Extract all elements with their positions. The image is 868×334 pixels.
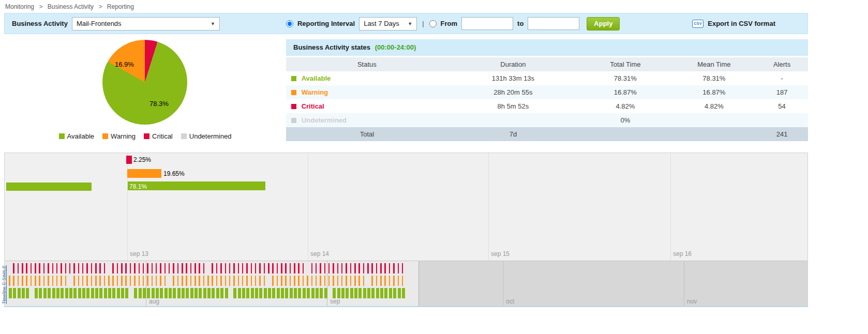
- legend-item-undetermined: Undetermined: [181, 132, 232, 140]
- breadcrumb-reporting[interactable]: Reporting: [107, 3, 134, 10]
- breadcrumb: Monitoring > Business Activity > Reporti…: [0, 0, 868, 13]
- table-total-row: Total 7d 241: [286, 127, 808, 141]
- status-label: Available: [302, 74, 331, 82]
- table-header-row: Status Duration Total Time Mean Time Ale…: [286, 57, 808, 71]
- to-label: to: [517, 20, 523, 27]
- total-time-value: 0%: [578, 116, 672, 124]
- total-time-value: 16.87%: [578, 88, 672, 96]
- mean-time-value: 78.31%: [672, 74, 756, 82]
- timeline-date-label: sep 14: [310, 250, 329, 257]
- legend-label: Undetermined: [189, 132, 232, 140]
- to-date-input[interactable]: [528, 17, 579, 30]
- reporting-interval-select[interactable]: Last 7 Days ▼: [359, 17, 417, 31]
- legend-item-critical: Critical: [144, 132, 173, 140]
- chevron-down-icon: ▼: [408, 21, 412, 26]
- timeline-month-label: nov: [687, 298, 697, 305]
- total-alerts: 241: [756, 130, 808, 138]
- timeline-date-label: sep 15: [491, 250, 510, 257]
- column-header-status: Status: [286, 60, 448, 68]
- legend-label: Warning: [111, 132, 136, 140]
- total-time-value: 78.31%: [578, 74, 672, 82]
- table-title-text: Business Activity states: [293, 43, 370, 51]
- timeline-bar-available-segment[interactable]: [6, 183, 92, 191]
- legend-label: Available: [67, 132, 95, 140]
- from-date-input[interactable]: [461, 17, 513, 30]
- total-duration: 7d: [448, 130, 578, 138]
- availability-pie-panel: 16.9% 78.3% Available Warning Critical: [4, 34, 286, 151]
- timeline-main-band[interactable]: 2.25% 19.65% 78.1% sep 13 sep 14 sep 15 …: [5, 153, 807, 261]
- pie-label-warning: 16.9%: [115, 60, 134, 68]
- timeline-date-label: sep 13: [130, 250, 148, 257]
- status-label: Critical: [302, 102, 324, 110]
- business-activity-label: Business Activity: [12, 20, 68, 27]
- table-row-undetermined: Undetermined 0%: [286, 113, 808, 127]
- business-activity-selected-value: Mail-Frontends: [77, 20, 122, 27]
- mean-time-value: 4.82%: [672, 102, 756, 110]
- timeline-bar-warning-label: 19.65%: [163, 170, 185, 177]
- table-title-range: (00:00-24:00): [375, 43, 416, 51]
- timeline-tick-row: [5, 276, 807, 286]
- column-header-duration: Duration: [448, 60, 578, 68]
- pie-label-available: 78.3%: [149, 100, 169, 108]
- pie-legend: Available Warning Critical Undetermined: [4, 132, 286, 140]
- table-title: Business Activity states (00:00-24:00): [286, 39, 808, 56]
- breadcrumb-separator: >: [39, 3, 42, 10]
- timeline-tick-row: [5, 288, 807, 298]
- business-activity-group: Business Activity Mail-Frontends ▼: [12, 17, 220, 31]
- timeline-credit-link[interactable]: Timeline © SIMILE: [2, 265, 7, 304]
- chevron-down-icon: ▼: [211, 21, 215, 26]
- alerts-value: -: [756, 74, 808, 82]
- from-label: From: [441, 20, 458, 27]
- status-color-swatch: [291, 76, 296, 81]
- legend-color-swatch: [181, 133, 187, 139]
- timeline-bar-critical-label: 2.25%: [133, 156, 151, 163]
- timeline-bar-available[interactable]: 78.1%: [128, 181, 265, 190]
- reporting-interval-label: Reporting Interval: [297, 20, 355, 27]
- legend-item-warning: Warning: [102, 132, 136, 140]
- apply-button[interactable]: Apply: [587, 17, 620, 31]
- csv-file-icon: CSV: [692, 20, 704, 28]
- legend-color-swatch: [144, 133, 149, 139]
- business-activity-select[interactable]: Mail-Frontends ▼: [72, 17, 220, 31]
- timeline-month-label: sep: [330, 298, 340, 305]
- alerts-value: 187: [756, 88, 808, 96]
- status-label: Undetermined: [302, 116, 347, 124]
- timeline-bar-critical[interactable]: [126, 156, 132, 164]
- mean-time-value: 16.87%: [672, 88, 756, 96]
- total-time-value: 4.82%: [578, 102, 672, 110]
- export-csv-link[interactable]: CSV Export in CSV format: [692, 20, 775, 28]
- table-row-available: Available 131h 33m 13s 78.31% 78.31% -: [286, 71, 808, 85]
- duration-value: 28h 20m 55s: [448, 88, 578, 96]
- column-header-total-time: Total Time: [578, 60, 672, 68]
- breadcrumb-monitoring[interactable]: Monitoring: [5, 3, 34, 10]
- timeline-gridline: [488, 153, 489, 261]
- legend-color-swatch: [102, 133, 108, 139]
- timeline-gridline: [308, 153, 308, 261]
- reporting-interval-selected-value: Last 7 Days: [364, 20, 399, 27]
- custom-range-radio[interactable]: [429, 20, 437, 27]
- export-csv-label: Export in CSV format: [708, 20, 775, 27]
- column-header-alerts: Alerts: [756, 60, 808, 68]
- total-label: Total: [286, 130, 448, 138]
- status-color-swatch: [291, 90, 296, 95]
- timeline-bar-warning[interactable]: [127, 169, 161, 178]
- duration-value: 8h 5m 52s: [448, 102, 578, 110]
- timeline-gridline: [670, 153, 671, 261]
- status-color-swatch: [291, 104, 296, 109]
- legend-item-available: Available: [59, 132, 95, 140]
- toolbar: Business Activity Mail-Frontends ▼ Repor…: [4, 13, 808, 34]
- timeline-date-label: sep 16: [673, 250, 692, 257]
- pie-chart: 16.9% 78.3%: [102, 40, 187, 125]
- legend-color-swatch: [59, 133, 65, 139]
- duration-value: 131h 33m 13s: [448, 74, 578, 82]
- timeline-month-label: aug: [149, 298, 159, 305]
- timeline-overview-band[interactable]: aug sep oct nov: [5, 261, 807, 306]
- breadcrumb-separator: >: [98, 3, 102, 10]
- breadcrumb-business-activity[interactable]: Business Activity: [48, 3, 94, 10]
- column-header-mean-time: Mean Time: [672, 60, 756, 68]
- timeline-panel: 2.25% 19.65% 78.1% sep 13 sep 14 sep 15 …: [4, 153, 808, 307]
- page: Monitoring > Business Activity > Reporti…: [0, 0, 868, 307]
- table-row-critical: Critical 8h 5m 52s 4.82% 4.82% 54: [286, 99, 808, 113]
- reporting-interval-radio[interactable]: [286, 20, 293, 27]
- status-color-swatch: [291, 118, 296, 123]
